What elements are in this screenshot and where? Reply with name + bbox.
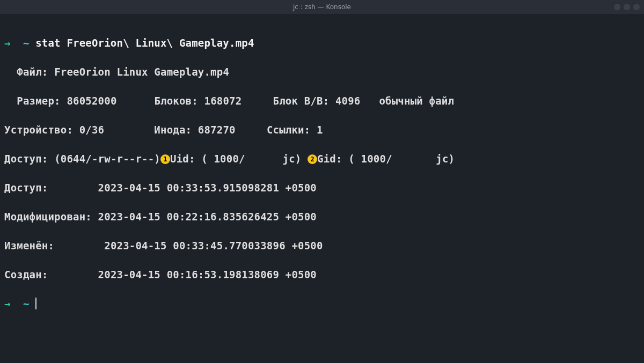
filetype: обычный файл: [379, 95, 454, 107]
gid-value: ( 1000/: [348, 153, 392, 165]
prompt-arrow: →: [4, 298, 11, 309]
prompt-arrow: →: [4, 37, 11, 49]
ioblock-label: Блок В/В:: [273, 95, 330, 107]
device-label: Устройство:: [4, 124, 73, 136]
blocks-label: Блоков:: [154, 95, 197, 107]
atime-label: Доступ:: [4, 182, 48, 194]
mtime-label: Модифицирован:: [4, 211, 92, 223]
gid-name: jc): [436, 153, 455, 165]
close-button[interactable]: [633, 4, 640, 10]
prompt-tilde: ~: [23, 37, 30, 49]
titlebar: jc : zsh — Konsole: [0, 0, 644, 14]
window-title: jc : zsh — Konsole: [293, 3, 351, 11]
minimize-button[interactable]: [614, 4, 620, 10]
btime-value: 2023-04-15 00:16:53.198138069 +0500: [98, 269, 317, 280]
ctime-label: Изменён:: [4, 240, 54, 251]
btime-label: Создан:: [4, 269, 48, 280]
uid-name: jc): [283, 153, 302, 165]
command-text: stat FreeOrion\ Linux\ Gameplay.mp4: [35, 37, 254, 49]
annotation-badge-1: 1: [160, 154, 170, 164]
annotation-badge-2: 2: [308, 154, 317, 164]
stat-file-line: Файл: FreeOrion Linux Gameplay.mp4: [4, 65, 640, 79]
terminal-pane[interactable]: → ~ stat FreeOrion\ Linux\ Gameplay.mp4 …: [0, 14, 644, 330]
stat-ctime-line: Изменён: 2023-04-15 00:33:45.770033896 +…: [4, 239, 640, 253]
prompt-line-2[interactable]: → ~: [4, 297, 640, 311]
stat-size-line: Размер: 86052000 Блоков: 168072 Блок В/В…: [4, 94, 640, 108]
stat-access-line: Доступ: (0644/-rw-r--r--)1Uid: ( 1000/ j…: [4, 152, 640, 166]
blocks-value: 168072: [204, 95, 242, 107]
file-label: Файл:: [17, 66, 48, 78]
device-value: 0/36: [79, 124, 105, 136]
stat-atime-line: Доступ: 2023-04-15 00:33:53.915098281 +0…: [4, 181, 640, 195]
gid-label: Gid:: [317, 153, 342, 165]
stat-btime-line: Создан: 2023-04-15 00:16:53.198138069 +0…: [4, 268, 640, 282]
stat-mtime-line: Модифицирован: 2023-04-15 00:22:16.83562…: [4, 210, 640, 224]
access-perm-label: Доступ:: [4, 153, 48, 165]
access-perm-value: (0644/-rw-r--r--): [54, 153, 160, 165]
mtime-value: 2023-04-15 00:22:16.835626425 +0500: [98, 211, 317, 223]
cursor: [35, 298, 36, 309]
links-label: Ссылки:: [267, 124, 310, 136]
ioblock-value: 4096: [335, 95, 361, 107]
size-label: Размер:: [17, 95, 60, 107]
file-value: FreeOrion Linux Gameplay.mp4: [54, 66, 229, 78]
links-value: 1: [317, 124, 323, 136]
ctime-value: 2023-04-15 00:33:45.770033896 +0500: [104, 240, 323, 251]
stat-device-line: Устройство: 0/36 Инода: 687270 Ссылки: 1: [4, 123, 640, 137]
prompt-tilde: ~: [23, 298, 30, 309]
maximize-button[interactable]: [624, 4, 630, 10]
size-value: 86052000: [67, 95, 116, 107]
atime-value: 2023-04-15 00:33:53.915098281 +0500: [98, 182, 317, 194]
inode-value: 687270: [198, 124, 236, 136]
prompt-line-1: → ~ stat FreeOrion\ Linux\ Gameplay.mp4: [4, 36, 640, 50]
inode-label: Инода:: [154, 124, 192, 136]
window-controls: [614, 0, 640, 14]
uid-value: ( 1000/: [201, 153, 245, 165]
uid-label: Uid:: [170, 153, 195, 165]
